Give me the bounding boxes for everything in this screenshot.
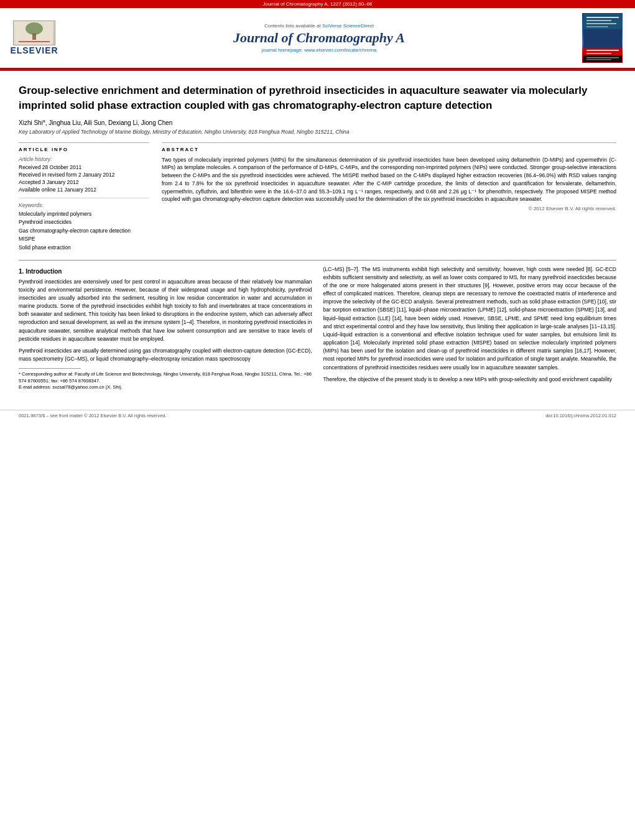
received-2: Received in revised form 2 January 2012 bbox=[19, 172, 149, 178]
homepage-link[interactable]: www.elsevier.com/locate/chroma bbox=[304, 47, 376, 53]
article-authors: Xizhi Shi*, Jinghua Liu, Aili Sun, Dexia… bbox=[19, 119, 616, 126]
svg-rect-6 bbox=[586, 17, 619, 18]
section-number: 1. bbox=[19, 268, 24, 275]
elsevier-wordmark: ELSEVIER bbox=[10, 45, 58, 55]
svg-rect-11 bbox=[586, 50, 619, 51]
footer-issn: 0021-9673/$ – see front matter © 2012 El… bbox=[19, 413, 166, 418]
footnote-divider bbox=[19, 368, 81, 369]
intro-section-title: 1. Introduction bbox=[19, 268, 312, 275]
intro-right-paragraph-2: Therefore, the objective of the present … bbox=[323, 376, 617, 384]
svg-rect-15 bbox=[586, 59, 611, 60]
accepted-date: Accepted 3 January 2012 bbox=[19, 179, 149, 185]
history-label: Article history: bbox=[19, 156, 149, 162]
journal-bar: Journal of Chromatography A, 1227 (2012)… bbox=[0, 0, 635, 8]
journal-header: ELSEVIER Contents lists available at Sci… bbox=[0, 8, 635, 69]
received-1: Received 28 October 2011 bbox=[19, 164, 149, 170]
keyword-4: MISPE bbox=[19, 235, 149, 244]
sciverse-link: Contents lists available at SciVerse Sci… bbox=[62, 23, 576, 29]
journal-title-main: Journal of Chromatography A bbox=[62, 30, 576, 46]
body-divider bbox=[19, 260, 616, 261]
sciverse-anchor[interactable]: SciVerse ScienceDirect bbox=[322, 23, 374, 29]
copyright-line: © 2012 Elsevier B.V. All rights reserved… bbox=[162, 206, 616, 211]
keywords-block: Keywords: Molecularly imprinted polymers… bbox=[19, 198, 149, 252]
abstract-text: Two types of molecularly imprinted polym… bbox=[162, 156, 616, 204]
journal-title-block: Contents lists available at SciVerse Sci… bbox=[62, 23, 576, 53]
footnote-email: E-mail address: sxzsal78@yahoo.com.cn (X… bbox=[19, 384, 312, 391]
body-content: 1. Introduction Pyrethroid insecticides … bbox=[19, 265, 616, 391]
svg-rect-10 bbox=[583, 48, 622, 55]
abstract-column: ABSTRACT Two types of molecularly imprin… bbox=[162, 142, 616, 252]
intro-paragraph-2: Pyrethroid insecticides are usually dete… bbox=[19, 347, 312, 363]
keyword-2: Pyrethroid insecticides bbox=[19, 218, 149, 227]
svg-rect-9 bbox=[586, 26, 608, 27]
body-right-column: (LC–MS) [5–7]. The MS instruments exhibi… bbox=[323, 265, 617, 391]
article-container: Group-selective enrichment and determina… bbox=[0, 71, 635, 404]
journal-bar-text: Journal of Chromatography A, 1227 (2012)… bbox=[262, 1, 372, 7]
svg-rect-7 bbox=[586, 20, 611, 21]
svg-point-1 bbox=[25, 22, 43, 35]
keyword-1: Molecularly imprinted polymers bbox=[19, 210, 149, 219]
body-left-column: 1. Introduction Pyrethroid insecticides … bbox=[19, 265, 312, 391]
article-affiliation: Key Laboratory of Applied Technology of … bbox=[19, 129, 616, 135]
abstract-header: ABSTRACT bbox=[162, 147, 616, 152]
available-online: Available online 11 January 2012 bbox=[19, 187, 149, 193]
article-info-abstract: ARTICLE INFO Article history: Received 2… bbox=[19, 142, 616, 252]
intro-paragraph-1: Pyrethroid insecticides are extensively … bbox=[19, 278, 312, 343]
keywords-label: Keywords: bbox=[19, 202, 149, 208]
journal-cover-image bbox=[582, 13, 623, 63]
article-info-header: ARTICLE INFO bbox=[19, 147, 149, 152]
svg-rect-8 bbox=[586, 23, 616, 24]
article-info-column: ARTICLE INFO Article history: Received 2… bbox=[19, 142, 149, 252]
section-title-text: Introduction bbox=[25, 268, 62, 275]
article-title: Group-selective enrichment and determina… bbox=[19, 83, 616, 113]
footnote-star: * Corresponding author at: Faculty of Li… bbox=[19, 371, 312, 384]
footer-doi: doi:10.1016/j.chroma.2012.01.012 bbox=[545, 413, 616, 418]
authors-text: Xizhi Shi*, Jinghua Liu, Aili Sun, Dexia… bbox=[19, 119, 172, 126]
svg-rect-3 bbox=[19, 41, 50, 42]
svg-rect-13 bbox=[583, 55, 622, 62]
keyword-5: Solid phase extraction bbox=[19, 244, 149, 252]
svg-rect-2 bbox=[32, 34, 36, 40]
svg-rect-12 bbox=[586, 53, 611, 54]
keyword-3: Gas chromatography-electron capture dete… bbox=[19, 227, 149, 236]
footer: 0021-9673/$ – see front matter © 2012 El… bbox=[0, 410, 635, 421]
journal-homepage: journal homepage: www.elsevier.com/locat… bbox=[62, 47, 576, 53]
intro-right-paragraph-1: (LC–MS) [5–7]. The MS instruments exhibi… bbox=[323, 265, 617, 372]
svg-rect-14 bbox=[586, 57, 619, 58]
elsevier-image bbox=[13, 21, 55, 45]
elsevier-logo: ELSEVIER bbox=[12, 21, 56, 55]
